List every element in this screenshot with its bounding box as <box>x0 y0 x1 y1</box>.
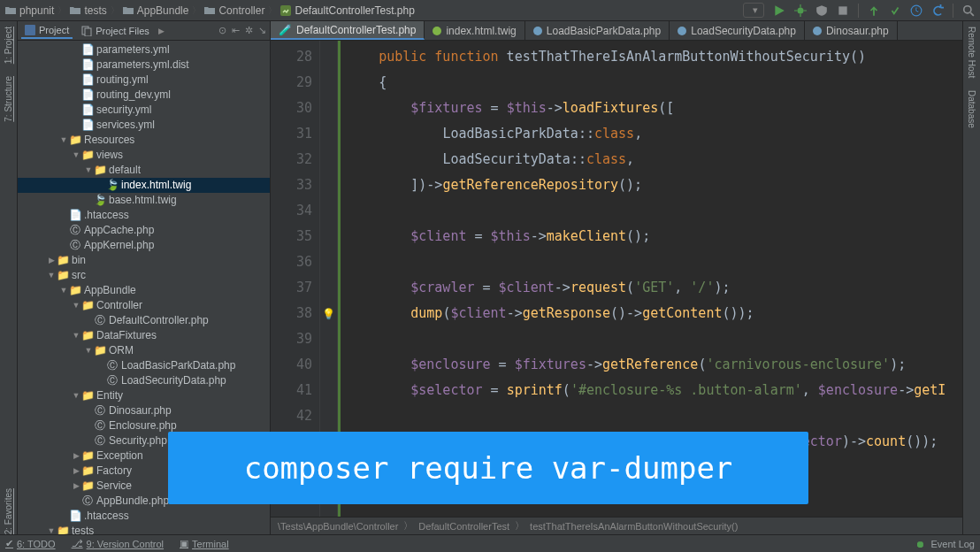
tree-item[interactable]: ⒸDefaultController.php <box>18 313 270 328</box>
yml-file-icon: 📄 <box>81 88 94 103</box>
tree-item[interactable]: ▼📁AppBundle <box>18 283 270 298</box>
tree-item[interactable]: 🍃base.html.twig <box>18 193 270 208</box>
php-class-icon: Ⓒ <box>106 373 119 388</box>
tool-tab-database[interactable]: Database <box>967 90 976 128</box>
chevron-right-icon[interactable]: ▶ <box>158 27 165 35</box>
project-panel-toolbar: ⊙ ⇤ ✲ ↘ <box>218 25 266 36</box>
tree-item[interactable]: 📄routing_dev.yml <box>18 88 270 103</box>
tree-item[interactable]: ▼📁Resources <box>18 133 270 148</box>
search-icon[interactable] <box>962 4 975 17</box>
tree-item[interactable]: 📄routing.yml <box>18 73 270 88</box>
hide-icon[interactable]: ↘ <box>258 25 266 36</box>
folder-icon: 📁 <box>81 298 94 313</box>
php-class-icon <box>813 27 822 35</box>
php-class-icon: Ⓒ <box>81 494 94 509</box>
vcs-update-icon[interactable] <box>868 4 880 17</box>
tree-item-selected[interactable]: 🍃index.html.twig <box>18 178 270 193</box>
tree-item[interactable]: ▼📁DataFixtures <box>18 328 270 343</box>
editor-tab-dinosaur[interactable]: Dinosaur.php <box>805 21 898 40</box>
chevron-right-icon: 〉 <box>403 519 413 533</box>
coverage-icon[interactable] <box>815 4 828 17</box>
gear-icon[interactable]: ✲ <box>245 25 253 36</box>
run-config-dropdown[interactable]: ▾ <box>743 3 764 18</box>
tree-item[interactable]: ⒸLoadSecurityData.php <box>18 373 270 388</box>
php-test-file-icon <box>280 5 291 16</box>
code-crumb-namespace[interactable]: \Tests\AppBundle\Controller <box>278 521 398 532</box>
folder-icon: 📁 <box>81 479 94 494</box>
locate-icon[interactable]: ⊙ <box>218 25 226 36</box>
folder-icon <box>70 6 80 15</box>
navigation-bar: phpunit 〉 tests 〉 AppBundle 〉 Controller… <box>0 0 980 21</box>
run-icon[interactable] <box>773 4 785 17</box>
tree-item[interactable]: ▼📁Controller <box>18 298 270 313</box>
tree-item[interactable]: ▼📁default <box>18 163 270 178</box>
project-icon <box>25 25 35 35</box>
vcs-history-icon[interactable] <box>910 4 923 17</box>
tree-item[interactable]: 📄security.yml <box>18 103 270 118</box>
collapse-icon[interactable]: ⇤ <box>232 25 240 36</box>
left-tool-strip: 1: Project 7: Structure 2: Favorites <box>0 21 18 534</box>
tree-item[interactable]: ▼📁views <box>18 148 270 163</box>
tool-tab-structure[interactable]: 7: Structure <box>4 76 13 122</box>
tree-item[interactable]: ⒸLoadBasicParkData.php <box>18 358 270 373</box>
vcs-commit-icon[interactable] <box>889 4 901 17</box>
stop-icon[interactable] <box>837 4 849 17</box>
folder-icon: 📁 <box>81 328 94 343</box>
folder-icon <box>204 6 215 15</box>
status-vcs[interactable]: ⎇9: Version Control <box>72 538 164 549</box>
status-todo[interactable]: ✔︎6: TODO <box>5 538 56 549</box>
status-event-log[interactable]: ⏺Event Log <box>915 539 975 549</box>
code-crumb-class[interactable]: DefaultControllerTest <box>418 521 509 532</box>
tree-item[interactable]: ⒸAppCache.php <box>18 223 270 238</box>
intention-bulb-icon[interactable]: 💡 <box>322 308 335 320</box>
yml-file-icon: 📄 <box>81 103 94 118</box>
crumb-appbundle[interactable]: AppBundle <box>123 4 189 17</box>
tree-item[interactable]: ⒸAppKernel.php <box>18 238 270 253</box>
project-tab-project[interactable]: Project <box>21 23 73 39</box>
editor-tab-default-controller-test[interactable]: 🧪DefaultControllerTest.php <box>271 21 425 40</box>
status-bar: ✔︎6: TODO ⎇9: Version Control ▣Terminal … <box>0 534 980 552</box>
tool-tab-remote-host[interactable]: Remote Host <box>967 27 976 78</box>
tool-tab-project[interactable]: 1: Project <box>4 27 13 64</box>
tool-tab-favorites[interactable]: 2: Favorites <box>4 488 13 534</box>
editor-tab-load-security[interactable]: LoadSecurityData.php <box>670 21 805 40</box>
tree-item[interactable]: ▼📁Entity <box>18 388 270 403</box>
twig-file-icon <box>433 27 441 35</box>
tree-item[interactable]: 📄.htaccess <box>18 208 270 223</box>
tree-item[interactable]: 📄services.yml <box>18 118 270 133</box>
status-terminal[interactable]: ▣Terminal <box>180 538 229 549</box>
tree-item[interactable]: ▼📁tests <box>18 524 270 534</box>
svg-rect-2 <box>838 6 846 14</box>
crumb-root[interactable]: phpunit <box>5 4 54 17</box>
php-class-icon: Ⓒ <box>94 433 106 448</box>
project-tab-files[interactable]: Project Files <box>78 24 153 38</box>
tree-item[interactable]: ▼📁src <box>18 268 270 283</box>
folder-icon: 📁 <box>81 448 94 464</box>
editor-tab-load-basic-park[interactable]: LoadBasicParkData.php <box>525 21 670 40</box>
tests-folder-icon: 📁 <box>57 524 69 534</box>
editor-tabs: 🧪DefaultControllerTest.php index.html.tw… <box>271 21 962 41</box>
crumb-controller[interactable]: Controller <box>204 4 264 17</box>
toolbar-separator <box>953 4 953 18</box>
php-class-icon <box>678 27 686 35</box>
toolbar-separator <box>858 4 859 18</box>
yml-file-icon: 📄 <box>81 118 94 133</box>
twig-file-icon: 🍃 <box>106 178 119 193</box>
chevron-right-icon: 〉 <box>111 4 119 17</box>
tree-item[interactable]: 📄parameters.yml.dist <box>18 58 270 73</box>
tree-item[interactable]: ▼📁ORM <box>18 343 270 358</box>
php-class-icon: Ⓒ <box>94 403 106 418</box>
crumb-tests[interactable]: tests <box>70 4 106 17</box>
vcs-revert-icon[interactable] <box>931 4 944 17</box>
php-class-icon: Ⓒ <box>94 313 106 328</box>
tree-item[interactable]: 📄.htaccess <box>18 509 270 524</box>
tree-item[interactable]: ▶📁bin <box>18 253 270 268</box>
debug-icon[interactable] <box>794 4 807 17</box>
yml-file-icon: 📄 <box>81 58 94 73</box>
tree-item[interactable]: 📄parameters.yml <box>18 42 270 58</box>
crumb-file[interactable]: DefaultControllerTest.php <box>280 4 414 17</box>
caption-overlay: composer require var-dumper <box>168 432 808 504</box>
editor-tab-index-twig[interactable]: index.html.twig <box>425 21 524 40</box>
code-crumb-method[interactable]: testThatThereIsAnAlarmButtonWithoutSecur… <box>530 521 738 532</box>
tree-item[interactable]: ⒸDinosaur.php <box>18 403 270 418</box>
